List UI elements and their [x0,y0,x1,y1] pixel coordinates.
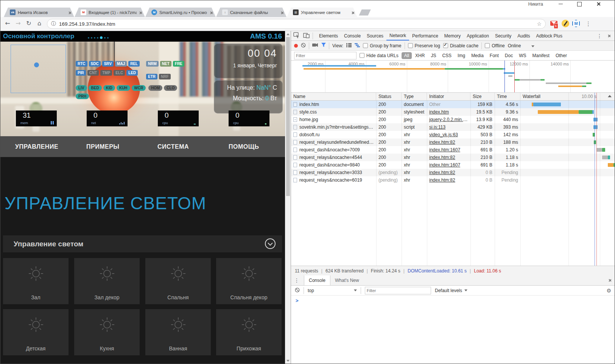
light-tile-7[interactable]: Ванная [145,309,211,355]
browser-tab-smartliving[interactable]: MSmartLiving.ru • Просмо [145,8,216,17]
page-scrollbar[interactable] [285,31,291,364]
column-header-time[interactable]: Time [495,93,520,100]
devtools-tab-network[interactable]: Network [386,31,409,40]
page-info-icon[interactable]: ⓘ [51,20,56,27]
yellow-extension-icon[interactable] [562,20,569,27]
nav-item-3[interactable]: СИСТЕМА [142,136,213,157]
column-header-type[interactable]: Type [402,93,427,100]
preserve-log-checkbox[interactable]: Preserve log [408,43,440,48]
devtools-tab-sources[interactable]: Sources [364,31,386,40]
devtools-tab-adblock-plus[interactable]: Adblock Plus [533,31,565,40]
tab-close-icon[interactable] [68,9,71,16]
nav-item-1[interactable]: УПРАВЛЕНИЕ [0,136,71,157]
devtools-tab-audits[interactable]: Audits [514,31,533,40]
table-row[interactable]: dobsoft.ru200xhrvideo_vk.js:63503 B142 m… [291,131,615,138]
record-button[interactable] [294,44,298,48]
devtools-tab-elements[interactable]: Elements [316,31,341,40]
light-tile-1[interactable]: Зал [3,258,69,304]
inspect-element-icon[interactable] [293,32,300,39]
window-minimize-button[interactable] [555,1,566,7]
browser-tab-download[interactable]: ↓Скачанные файлы [216,8,286,17]
filter-pill-other[interactable]: Other [553,52,570,59]
tab-close-icon[interactable] [280,9,283,16]
table-row[interactable]: request_relays&nocache=4544200xhrindex.h… [291,154,615,161]
light-tile-2[interactable]: Зал декор [74,258,140,304]
throttling-select[interactable]: Online [508,43,535,48]
devtools-tab-console[interactable]: Console [341,31,364,40]
scrollbar-thumb[interactable] [286,37,290,196]
table-row[interactable]: index.htm200documentOther159 KB4.56 s [291,101,615,108]
url-text[interactable]: 169.254.19.37/index.htm [59,21,537,27]
console-clear-icon[interactable] [295,288,300,294]
disable-cache-checkbox[interactable]: Disable cache [443,43,478,48]
request-initiator[interactable]: index.htm:1607 [427,161,470,169]
tab-close-icon[interactable] [210,9,213,16]
filter-pill-js[interactable]: JS [428,52,439,59]
window-close-button[interactable] [593,1,604,7]
execution-context-select[interactable]: top [308,288,357,293]
request-initiator[interactable]: index.htm:82 [427,176,470,184]
table-row[interactable]: request_relays&nocache=6019(pending)xhri… [291,176,615,184]
section-light-control[interactable]: Управление светом [3,235,282,252]
filter-funnel-icon[interactable] [321,43,326,48]
table-row[interactable]: style.css200stylesheetindex.htm19.5 KB9.… [291,108,615,116]
filter-pill-doc[interactable]: Doc [502,52,515,59]
filter-pill-font[interactable]: Font [487,52,501,59]
new-tab-button[interactable] [359,9,371,16]
window-maximize-button[interactable] [574,1,585,7]
view-waterfall-icon[interactable] [355,43,360,48]
filter-pill-all[interactable]: All [402,52,412,59]
m-extension-icon[interactable]: M [572,20,580,27]
devtools-tab-security[interactable]: Security [492,31,514,40]
request-initiator[interactable]: jquery-2.0.2.min.js:4 [427,116,470,123]
request-initiator[interactable]: si.js:113 [427,123,470,131]
console-filter-input[interactable] [365,287,431,294]
light-tile-4[interactable]: Спальня декор [216,258,282,304]
drawer-menu-icon[interactable]: ⋮ [291,277,302,283]
network-overview-timeline[interactable]: 2000 ms4000 ms6000 ms8000 ms10000 ms1200… [291,61,615,93]
bookmark-star-icon[interactable]: ☆ [537,21,542,27]
devtools-tab-performance[interactable]: Performance [409,31,441,40]
request-initiator[interactable]: index.htm:82 [427,138,470,146]
filter-pill-css[interactable]: CSS [439,52,454,59]
nav-item-4[interactable]: ПОМОЩЬ [213,136,285,157]
request-initiator[interactable]: index.htm:1607 [427,146,470,154]
table-row[interactable]: request_dash&nocache=9840200xhrindex.htm… [291,161,615,169]
request-initiator[interactable]: index.htm:82 [427,169,470,176]
scroll-down-arrow[interactable] [286,360,290,362]
filter-pill-ws[interactable]: WS [516,52,529,59]
console-settings-gear-icon[interactable]: ⚙ [606,288,611,294]
view-list-icon[interactable] [346,43,352,48]
drawer-tab-what-s-new[interactable]: What's New [330,275,364,285]
mail-extension-icon[interactable]: 1 [550,19,559,28]
column-header-initiator[interactable]: Initiator [427,93,470,100]
table-row[interactable]: request_dash&nocache=7009200xhrindex.htm… [291,146,615,154]
light-tile-3[interactable]: Спальня [145,258,211,304]
column-header-name[interactable]: Name [291,93,376,100]
devtools-tab-memory[interactable]: Memory [441,31,464,40]
network-filter-input[interactable] [294,52,357,59]
reload-button[interactable]: ↻ [24,20,33,27]
request-initiator[interactable]: index.htm [427,108,470,116]
request-initiator[interactable]: index.htm:82 [427,154,470,161]
home-button[interactable]: ⌂ [35,20,44,27]
device-toolbar-icon[interactable] [303,33,310,39]
offline-checkbox[interactable]: Offline [485,43,504,48]
light-tile-5[interactable]: Детская [3,309,69,355]
group-by-frame-checkbox[interactable]: Group by frame [363,43,401,48]
light-tile-6[interactable]: Кухня [74,309,140,355]
back-button[interactable]: ← [3,20,12,27]
table-row[interactable]: request_relaysundefinedundefinedun...200… [291,138,615,146]
console-prompt-chevron[interactable]: > [296,298,299,303]
table-row[interactable]: request_relays&nocache=3033(pending)xhri… [291,169,615,176]
column-header-status[interactable]: Status [376,93,402,100]
column-header-waterfall[interactable]: Waterfall10.00 s [520,93,615,100]
column-header-size[interactable]: Size [470,93,495,100]
address-bar[interactable]: ⓘ 169.254.19.37/index.htm ☆ [47,19,546,29]
drawer-close-icon[interactable] [608,279,611,282]
devtools-tab-application[interactable]: Application [464,31,492,40]
devtools-menu-icon[interactable]: ⋮ [597,33,602,39]
tab-close-icon[interactable] [139,9,142,16]
screenshot-camera-icon[interactable] [312,43,318,48]
table-row[interactable]: sovetnik.min.js?mbr=true&settings=...200… [291,123,615,131]
